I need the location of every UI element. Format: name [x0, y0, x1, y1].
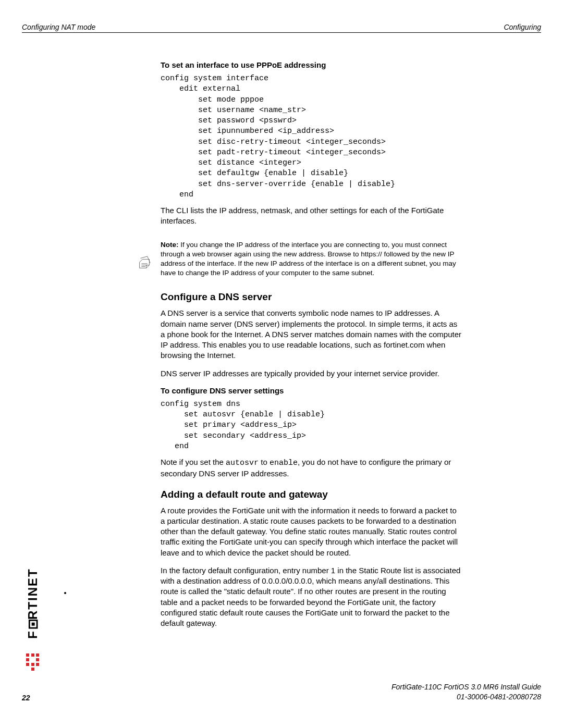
text-fragment: Note if you set the — [161, 458, 226, 466]
code-inline-autosvr: autosvr — [226, 459, 259, 467]
fortinet-logo-mark — [26, 653, 40, 671]
fortinet-logo-text-wrap: FRTINET — [0, 596, 68, 653]
page-footer: FortiGate-110C FortiOS 3.0 MR6 Install G… — [22, 682, 541, 702]
breadcrumb-left: Configuring NAT mode — [22, 23, 95, 31]
paragraph-cli-lists: The CLI lists the IP address, netmask, a… — [161, 205, 463, 227]
heading-dns: Configure a DNS server — [161, 291, 463, 303]
paragraph-route-2: In the factory default configuration, en… — [161, 565, 463, 629]
page-header: Configuring NAT mode Configuring — [22, 23, 541, 31]
code-inline-enable: enable — [270, 459, 298, 467]
breadcrumb-right: Configuring — [504, 23, 541, 31]
footer-right: FortiGate-110C FortiOS 3.0 MR6 Install G… — [22, 682, 541, 702]
text-fragment: to — [259, 458, 270, 466]
paragraph-route-1: A route provides the FortiGate unit with… — [161, 505, 463, 558]
footer-guide-title: FortiGate-110C FortiOS 3.0 MR6 Install G… — [22, 682, 541, 692]
code-block-dns: config system dns set autosvr {enable | … — [161, 399, 463, 452]
page-number: 22 — [22, 694, 30, 702]
paragraph-autosvr: Note if you set the autosvr to enable, y… — [161, 457, 463, 479]
paragraph-dns-2: DNS server IP addresses are typically pr… — [161, 368, 463, 379]
fortinet-logo: FRTINET — [25, 561, 41, 676]
section-title-dns-config: To configure DNS server settings — [161, 386, 463, 395]
page: Configuring NAT mode Configuring To set … — [0, 0, 563, 728]
footer-doc-id: 01-30006-0481-20080728 — [22, 692, 541, 702]
section-title-pppoe: To set an interface to use PPPoE address… — [161, 60, 463, 69]
fortinet-logo-text: FRTINET — [26, 568, 40, 638]
fortinet-logo-dot — [64, 592, 66, 594]
content-area: To set an interface to use PPPoE address… — [161, 57, 463, 636]
note-label: Note: — [161, 241, 179, 249]
logo-text-part: RTINET — [26, 568, 40, 620]
note-text: If you change the IP address of the inte… — [161, 241, 456, 277]
note-icon — [137, 255, 152, 271]
header-rule — [22, 32, 541, 33]
code-block-pppoe: config system interface edit external se… — [161, 73, 463, 200]
svg-rect-5 — [32, 623, 35, 626]
paragraph-dns-1: A DNS server is a service that converts … — [161, 308, 463, 361]
heading-route: Adding a default route and gateway — [161, 489, 463, 500]
note-block: Note: If you change the IP address of th… — [161, 240, 463, 278]
